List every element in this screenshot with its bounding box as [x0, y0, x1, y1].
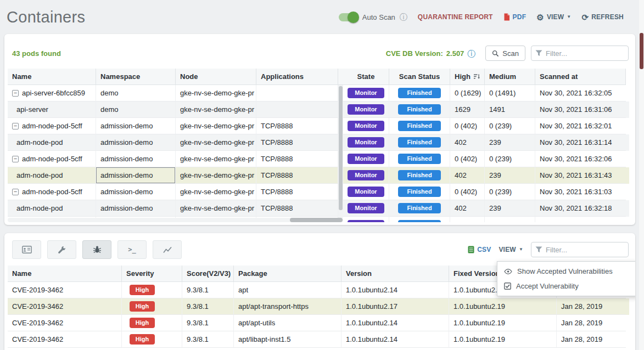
pod-medium-cell: 0 (239)	[485, 118, 535, 134]
collapse-expander-icon[interactable]: −	[12, 156, 19, 162]
scan-status-badge: Finished	[398, 203, 441, 213]
column-header-scan-status[interactable]: Scan Status	[389, 69, 450, 85]
pod-applications-cell	[256, 85, 338, 101]
cve-db-info-icon[interactable]: ⓘ	[467, 49, 475, 58]
pod-scanned-at-cell: Nov 30, 2021 16:31:14	[535, 134, 626, 151]
column-header-scanned-at[interactable]: Scanned at	[535, 69, 626, 85]
pod-node-cell: gke-nv-se-demo-gke-pr	[176, 200, 256, 217]
pod-namespace-cell: admission-demo	[96, 118, 176, 134]
column-header-name[interactable]: Name	[8, 69, 96, 85]
pod-scan-status-cell: Finished	[389, 167, 450, 184]
severity-badge: High	[130, 285, 155, 295]
severity-cell: High	[122, 298, 182, 315]
column-header-cve-name[interactable]: Name	[8, 266, 122, 282]
fixed-version-cell: 1.0.1ubuntu2.19	[449, 298, 557, 315]
tab-process-rules[interactable]	[47, 240, 76, 259]
pods-filter-input[interactable]	[531, 46, 629, 61]
pod-state-cell: Monitor	[343, 101, 389, 118]
tab-terminal[interactable]: >_	[117, 240, 147, 259]
vuln-filter-input[interactable]	[531, 242, 629, 257]
fixed-version-cell: 1.0.1ubuntu2.19	[449, 331, 557, 348]
pod-node-cell: gke-nv-se-demo-gke-pr	[176, 167, 256, 184]
scan-status-badge: Finished	[398, 220, 441, 223]
csv-export-button[interactable]: CSV	[468, 246, 491, 253]
view-menu-button-details[interactable]: VIEW ▼	[499, 246, 523, 253]
version-cell: 1.0.1ubuntu2.14	[341, 315, 449, 331]
menu-item-show-accepted[interactable]: Show Accepted Vulnerabilities	[497, 264, 635, 279]
table-row[interactable]: − adm-node-pod-5cff admission-demo gke-n…	[8, 118, 629, 134]
table-row[interactable]: CVE-2019-3462 High 9.3/8.1 apt/libapt-in…	[8, 331, 629, 348]
pod-scan-status-cell: Finished	[389, 217, 450, 222]
table-row[interactable]: − api-server-6bfcc859 demo gke-nv-se-dem…	[8, 85, 629, 101]
table-row[interactable]: − adm-node-pod-5cff admission-demo gke-n…	[8, 151, 629, 167]
terminal-icon: >_	[128, 246, 136, 253]
cve-name-cell: CVE-2019-3462	[8, 315, 122, 331]
column-header-applications[interactable]: Applications	[256, 69, 338, 85]
pod-medium-cell: 239	[485, 167, 535, 184]
csv-label: CSV	[477, 246, 491, 253]
scan-button[interactable]: Scan	[485, 46, 525, 61]
scan-button-label: Scan	[502, 49, 519, 58]
scan-status-badge: Finished	[398, 137, 441, 148]
column-header-package[interactable]: Package	[234, 266, 341, 282]
collapse-expander-icon[interactable]: −	[12, 189, 19, 195]
pod-state-cell: Monitor	[343, 217, 389, 222]
severity-badge: High	[130, 301, 155, 312]
menu-item-accept-vulnerability[interactable]: Accept Vulnerability	[497, 279, 635, 293]
quarantine-report-button[interactable]: QUARANTINE REPORT	[418, 13, 493, 21]
published-cell: Jan 28, 2019	[557, 315, 626, 331]
pod-state-cell: Monitor	[343, 85, 389, 101]
pod-applications-cell: TCP/8888	[256, 118, 338, 134]
column-header-high[interactable]: High	[450, 69, 485, 85]
pod-applications-cell: TCP/8888	[256, 151, 338, 167]
cve-db-version-label: CVE DB Version:	[386, 49, 443, 58]
pods-horizontal-scrollbar-thumb[interactable]	[290, 218, 343, 222]
pdf-label: PDF	[513, 13, 527, 21]
pods-table-header: Name Namespace Node Applications State S…	[8, 69, 629, 85]
column-header-score[interactable]: Score(V2/V3)	[182, 266, 234, 282]
tab-vulnerabilities[interactable]	[82, 240, 111, 259]
pods-table-body: − api-server-6bfcc859 demo gke-nv-se-dem…	[8, 85, 629, 222]
column-header-node[interactable]: Node	[176, 69, 256, 85]
pdf-export-button[interactable]: PDF	[503, 13, 527, 21]
details-panel: >_ CSV VIEW ▼ Name Severity Scor	[4, 233, 635, 350]
auto-scan-toggle[interactable]	[339, 13, 358, 21]
tab-process-info[interactable]	[12, 240, 41, 259]
scan-status-badge: Finished	[398, 121, 441, 131]
details-tabs: >_	[12, 240, 182, 259]
pod-state-cell: Monitor	[343, 184, 389, 200]
table-row[interactable]: CVE-2019-3462 High 9.3/8.1 apt/apt-trans…	[8, 298, 629, 315]
menu-item-label: Show Accepted Vulnerabilities	[517, 267, 613, 275]
collapse-expander-icon[interactable]: −	[12, 123, 19, 129]
info-icon[interactable]: ⓘ	[400, 13, 407, 21]
table-row[interactable]: CVE-2019-3462 High 9.3/8.1 apt/apt-utils…	[8, 315, 629, 331]
table-row[interactable]: api-server demo gke-nv-se-demo-gke-pr Mo…	[8, 101, 629, 118]
table-row[interactable]: − adm-node-pod-5cff admission-demo gke-n…	[8, 184, 629, 200]
pods-vertical-scrollbar-thumb[interactable]	[339, 86, 343, 210]
table-row[interactable]: adm-node-pod admission-demo gke-nv-se-de…	[8, 200, 629, 217]
refresh-button[interactable]: ⟳ REFRESH	[581, 13, 624, 21]
refresh-label: REFRESH	[591, 13, 624, 21]
pod-high-cell: 0 (402)	[450, 118, 485, 134]
cve-name-cell: CVE-2019-3462	[8, 298, 122, 315]
pod-medium-cell: 0 (1491)	[485, 85, 535, 101]
pod-name: api-server	[16, 105, 48, 114]
page-scrollbar-thumb[interactable]	[640, 33, 643, 69]
pods-found-count: 43 pods found	[12, 49, 61, 58]
column-header-version[interactable]: Version	[341, 266, 449, 282]
csv-file-icon	[468, 246, 474, 253]
severity-cell: High	[122, 282, 182, 298]
tab-stats-chart[interactable]	[153, 240, 182, 259]
view-menu-button-top[interactable]: ⚙ VIEW ▼	[536, 13, 571, 21]
pod-name-cell: adm-node-pod	[8, 134, 96, 151]
column-header-namespace[interactable]: Namespace	[96, 69, 176, 85]
column-header-severity[interactable]: Severity	[122, 266, 182, 282]
scan-status-badge: Finished	[398, 104, 441, 115]
column-header-state[interactable]: State	[343, 69, 389, 85]
column-header-medium[interactable]: Medium	[485, 69, 535, 85]
score-cell: 9.3/8.1	[182, 298, 234, 315]
table-row[interactable]: adm-node-pod admission-demo gke-nv-se-de…	[8, 167, 629, 184]
version-cell: 1.0.1ubuntu2.14	[341, 331, 449, 348]
collapse-expander-icon[interactable]: −	[12, 90, 19, 97]
table-row[interactable]: adm-node-pod admission-demo gke-nv-se-de…	[8, 134, 629, 151]
